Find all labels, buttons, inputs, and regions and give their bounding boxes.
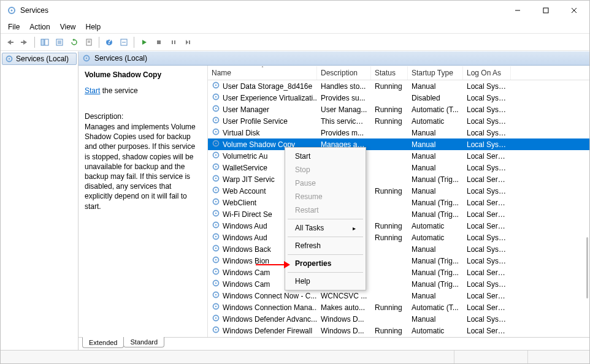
menu-file[interactable]: File bbox=[3, 21, 25, 32]
cell-status: Running bbox=[371, 105, 408, 114]
cell-log-on-as: Local Service bbox=[463, 152, 511, 161]
column-header-name[interactable]: Name˄ bbox=[208, 66, 317, 80]
cell-log-on-as: Local Syste... bbox=[463, 187, 511, 195]
cell-log-on-as: Local Service bbox=[463, 268, 511, 277]
service-name-text: User Data Storage_8d416e bbox=[223, 82, 312, 91]
service-gear-icon bbox=[212, 162, 220, 173]
cell-startup-type: Manual (Trig... bbox=[408, 257, 463, 265]
maximize-button[interactable] bbox=[532, 1, 560, 20]
context-menu-item-properties[interactable]: Properties bbox=[286, 257, 364, 270]
table-row[interactable]: Volume Shadow CopyManages an...ManualLoc… bbox=[208, 138, 589, 150]
table-row[interactable]: User ManagerUser Manag...RunningAutomati… bbox=[208, 104, 589, 115]
table-row[interactable]: Windows Aud...RunningAutomaticLocal Syst… bbox=[208, 232, 589, 243]
tab-extended[interactable]: Extended bbox=[82, 337, 124, 348]
svg-point-70 bbox=[215, 317, 216, 319]
table-row[interactable]: Windows Aud...RunningAutomaticLocal Serv… bbox=[208, 220, 589, 232]
window-title: Services bbox=[20, 6, 504, 15]
service-name-text: Web Account bbox=[223, 187, 266, 195]
service-name-text: Warp JIT Servic bbox=[223, 175, 275, 184]
service-gear-icon bbox=[212, 186, 220, 196]
context-menu-item-help[interactable]: Help bbox=[286, 275, 364, 288]
context-menu-item-start[interactable]: Start bbox=[286, 150, 364, 163]
service-gear-icon bbox=[212, 325, 220, 336]
table-row[interactable]: User Data Storage_8d416eHandles sto...Ru… bbox=[208, 80, 589, 92]
back-button[interactable] bbox=[3, 36, 17, 49]
help-button[interactable]: ? bbox=[102, 36, 116, 49]
start-service-link[interactable]: Start bbox=[85, 86, 100, 95]
table-row[interactable]: User Experience Virtualizati...Provides … bbox=[208, 92, 589, 104]
column-header-status[interactable]: Status bbox=[371, 66, 408, 80]
svg-point-40 bbox=[215, 143, 216, 144]
context-menu: StartStopPauseResumeRestartAll Tasks▸Ref… bbox=[285, 147, 366, 290]
column-header-log-on-as[interactable]: Log On As bbox=[463, 66, 511, 80]
service-gear-icon bbox=[212, 256, 220, 266]
cell-description: User Manag... bbox=[317, 105, 371, 114]
context-menu-item-all-tasks[interactable]: All Tasks▸ bbox=[286, 221, 364, 235]
table-row[interactable]: WebClient...Manual (Trig...Local Service bbox=[208, 197, 589, 208]
cell-name: User Experience Virtualizati... bbox=[208, 93, 317, 103]
table-row[interactable]: Windows Cam...Manual (Trig...Local Syste… bbox=[208, 278, 589, 290]
pause-service-button[interactable] bbox=[167, 36, 180, 49]
table-row[interactable]: Windows Connection Mana...Makes auto...R… bbox=[208, 301, 589, 313]
svg-point-52 bbox=[215, 213, 216, 214]
table-row[interactable]: Warp JIT Servic...Manual (Trig...Local S… bbox=[208, 173, 589, 185]
service-gear-icon bbox=[212, 232, 220, 243]
table-row[interactable]: Windows Cam...Manual (Trig...Local Servi… bbox=[208, 267, 589, 278]
properties-button[interactable] bbox=[82, 36, 96, 49]
table-row[interactable]: Windows Connect Now - C...WCNCSVC ...Man… bbox=[208, 290, 589, 301]
refresh-button[interactable] bbox=[67, 36, 81, 49]
list-rows[interactable]: User Data Storage_8d416eHandles sto...Ru… bbox=[208, 80, 589, 337]
action-button[interactable] bbox=[117, 36, 131, 49]
export-list-button[interactable] bbox=[53, 36, 66, 49]
context-menu-separator bbox=[288, 219, 363, 219]
table-row[interactable]: Wi-Fi Direct Se...Manual (Trig...Local S… bbox=[208, 208, 589, 220]
context-menu-item-refresh[interactable]: Refresh bbox=[286, 239, 364, 252]
restart-service-button[interactable] bbox=[182, 36, 195, 49]
table-row[interactable]: Web Account...RunningManualLocal Syste..… bbox=[208, 185, 589, 197]
close-button[interactable] bbox=[560, 1, 588, 20]
cell-name: Windows Connect Now - C... bbox=[208, 290, 317, 301]
table-row[interactable]: Windows Defender FirewallWindows D...Run… bbox=[208, 325, 589, 336]
table-row[interactable]: Windows Back...ManualLocal Syste... bbox=[208, 243, 589, 255]
statusbar-segment bbox=[528, 351, 589, 363]
stop-service-button[interactable] bbox=[152, 36, 166, 49]
cell-startup-type: Manual (Trig... bbox=[408, 199, 463, 207]
tab-standard[interactable]: Standard bbox=[123, 337, 164, 347]
menu-help[interactable]: Help bbox=[81, 21, 106, 32]
start-service-button[interactable] bbox=[137, 36, 151, 49]
menu-view[interactable]: View bbox=[55, 21, 81, 32]
table-row[interactable]: Virtual DiskProvides m...ManualLocal Sys… bbox=[208, 127, 589, 138]
service-name-text: Volumetric Au bbox=[223, 152, 267, 161]
table-row[interactable]: Windows Bion...Manual (Trig...Local Syst… bbox=[208, 255, 589, 267]
svg-rect-24 bbox=[189, 40, 190, 44]
column-header-startup-type[interactable]: Startup Type bbox=[408, 66, 463, 80]
cell-description: This service ... bbox=[317, 117, 371, 126]
show-hide-console-tree-button[interactable] bbox=[38, 36, 52, 49]
description-label: Description: bbox=[85, 112, 201, 121]
service-name-text: Windows Cam bbox=[223, 280, 270, 289]
vertical-scrollbar[interactable] bbox=[586, 237, 588, 298]
service-gear-icon bbox=[212, 209, 220, 219]
svg-point-44 bbox=[215, 166, 216, 167]
table-row[interactable]: WalletService...ManualLocal Syste... bbox=[208, 162, 589, 173]
menu-action[interactable]: Action bbox=[25, 21, 55, 32]
svg-point-58 bbox=[215, 248, 216, 249]
svg-point-72 bbox=[215, 329, 216, 330]
cell-name: Windows Defender Advanc... bbox=[208, 314, 317, 324]
table-row[interactable]: Volumetric Au...ManualLocal Service bbox=[208, 150, 589, 162]
cell-startup-type: Manual bbox=[408, 187, 463, 195]
tree-node-services-local[interactable]: Services (Local) bbox=[2, 53, 77, 65]
cell-startup-type: Automatic bbox=[408, 233, 463, 242]
context-menu-separator bbox=[288, 237, 363, 237]
svg-point-1 bbox=[11, 10, 13, 12]
table-row[interactable]: Windows Defender Advanc...Windows D...Ma… bbox=[208, 313, 589, 325]
svg-point-42 bbox=[215, 154, 216, 156]
minimize-button[interactable] bbox=[504, 1, 532, 20]
column-header-description[interactable]: Description bbox=[317, 66, 371, 80]
table-row[interactable]: User Profile ServiceThis service ...Runn… bbox=[208, 115, 589, 127]
context-menu-separator bbox=[288, 272, 363, 273]
service-name-text: User Manager bbox=[223, 105, 269, 114]
forward-button[interactable] bbox=[18, 36, 31, 49]
selected-service-title: Volume Shadow Copy bbox=[85, 70, 201, 79]
cell-log-on-as: Local Syste... bbox=[463, 315, 511, 324]
